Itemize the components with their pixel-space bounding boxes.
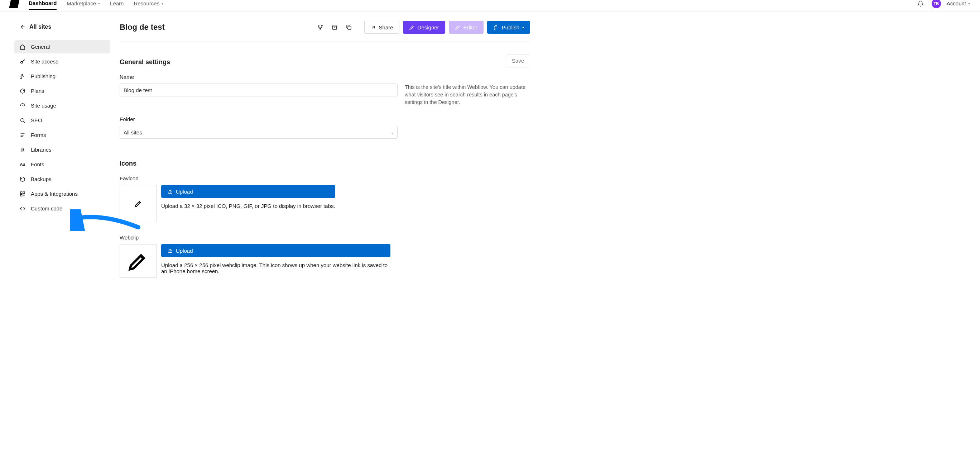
- nav-learn[interactable]: Learn: [110, 0, 124, 9]
- sidebar-item-forms[interactable]: Forms: [14, 128, 110, 142]
- folder-select[interactable]: All sites ⌄: [119, 126, 398, 139]
- svg-point-0: [21, 61, 22, 63]
- webclip-help: Upload a 256 × 256 pixel webclip image. …: [161, 262, 390, 274]
- save-button[interactable]: Save: [506, 54, 530, 67]
- notifications-icon[interactable]: [915, 0, 926, 9]
- svg-point-5: [318, 25, 319, 26]
- field-name: Name This is the site's title within Web…: [119, 74, 530, 106]
- webclip-label: Webclip: [119, 234, 530, 241]
- branch-icon[interactable]: [315, 22, 326, 33]
- sidebar-item-seo[interactable]: SEO: [14, 114, 110, 127]
- page-title: Blog de test: [119, 22, 165, 32]
- save-label: Save: [512, 58, 524, 64]
- svg-rect-4: [21, 194, 22, 196]
- nav-marketplace[interactable]: Marketplace ▾: [67, 0, 100, 9]
- webclip-preview: [119, 244, 157, 278]
- sidebar-item-label: Forms: [31, 132, 46, 138]
- upload-icon: [167, 248, 173, 254]
- apps-icon: [19, 191, 26, 197]
- nav-learn-label: Learn: [110, 0, 124, 6]
- nav-dashboard[interactable]: Dashboard: [29, 0, 57, 10]
- page-header: Blog de test Share Designer Editor: [119, 21, 530, 42]
- chevron-down-icon: ▾: [162, 2, 163, 5]
- editor-label: Editor: [463, 24, 477, 30]
- general-heading: General settings: [119, 58, 170, 66]
- arrow-left-icon: [20, 24, 26, 30]
- back-label: All sites: [29, 24, 51, 30]
- share-icon: [371, 24, 376, 30]
- account-menu[interactable]: Account ▾: [947, 0, 970, 6]
- account-label: Account: [947, 0, 966, 6]
- sidebar-item-label: SEO: [31, 117, 42, 123]
- key-icon: [19, 59, 26, 65]
- edit-icon: [455, 24, 461, 30]
- sidebar-item-label: Site usage: [31, 102, 56, 108]
- svg-rect-3: [23, 192, 25, 194]
- svg-point-1: [21, 118, 24, 121]
- pen-icon: [127, 250, 150, 272]
- general-heading-row: General settings Save: [119, 48, 530, 74]
- header-actions: Share Designer Editor Publish ▾: [315, 21, 530, 34]
- rocket-icon: [493, 24, 499, 30]
- nav-dashboard-label: Dashboard: [29, 0, 57, 6]
- nav-resources-label: Resources: [134, 0, 159, 6]
- favicon-upload-button[interactable]: Upload: [161, 185, 335, 198]
- sidebar-item-label: Apps & Integrations: [31, 191, 78, 197]
- divider: [119, 149, 530, 149]
- sidebar-item-site-usage[interactable]: Site usage: [14, 99, 110, 112]
- main-content: Blog de test Share Designer Editor: [113, 11, 540, 304]
- chevron-down-icon: ⌄: [391, 131, 394, 134]
- sidebar-item-site-access[interactable]: Site access: [14, 55, 110, 68]
- designer-label: Designer: [418, 24, 439, 30]
- copy-icon[interactable]: [344, 22, 354, 33]
- library-icon: [19, 147, 26, 153]
- share-label: Share: [379, 24, 393, 30]
- name-label: Name: [119, 74, 530, 80]
- share-button[interactable]: Share: [364, 21, 399, 34]
- font-icon: Aa: [19, 162, 26, 167]
- sidebar-item-custom-code[interactable]: Custom code: [14, 202, 110, 215]
- sidebar-item-publishing[interactable]: Publishing: [14, 70, 110, 83]
- editor-button[interactable]: Editor: [449, 21, 484, 34]
- folder-value: All sites: [124, 129, 142, 136]
- avatar-initials: TB: [934, 2, 939, 6]
- nav-resources[interactable]: Resources ▾: [134, 0, 163, 9]
- sidebar-item-plans[interactable]: Plans: [14, 84, 110, 97]
- publish-button[interactable]: Publish ▾: [487, 21, 530, 34]
- svg-point-7: [320, 28, 321, 29]
- favicon-preview: [119, 185, 157, 222]
- sidebar-item-fonts[interactable]: Aa Fonts: [14, 158, 110, 171]
- icons-group: Favicon Upload Upload a 32 × 32 pixel IC…: [119, 175, 530, 278]
- field-favicon: Favicon Upload Upload a 32 × 32 pixel IC…: [119, 175, 530, 222]
- sidebar-item-label: Backups: [31, 176, 52, 182]
- top-nav-left: Dashboard Marketplace ▾ Learn Resources …: [10, 1, 163, 10]
- sidebar-group: General Site access Publishing Plans Sit…: [0, 40, 113, 215]
- sidebar-item-general[interactable]: General: [14, 40, 110, 53]
- archive-icon[interactable]: [329, 22, 340, 33]
- back-to-all-sites[interactable]: All sites: [0, 20, 113, 34]
- svg-rect-8: [332, 25, 337, 26]
- designer-button[interactable]: Designer: [403, 21, 445, 34]
- field-folder: Folder All sites ⌄: [119, 116, 530, 139]
- svg-rect-2: [21, 192, 22, 194]
- sidebar-item-label: Fonts: [31, 161, 45, 167]
- upload-label: Upload: [176, 188, 193, 195]
- upload-icon: [167, 188, 173, 194]
- webflow-logo[interactable]: [9, 0, 19, 8]
- favicon-label: Favicon: [119, 175, 530, 181]
- sidebar-item-apps[interactable]: Apps & Integrations: [14, 187, 110, 200]
- publish-label: Publish: [502, 24, 519, 30]
- forms-icon: [19, 132, 26, 138]
- sidebar-item-label: Custom code: [31, 206, 62, 212]
- site-name-input[interactable]: [119, 83, 398, 96]
- avatar[interactable]: TB: [932, 0, 941, 8]
- sidebar-item-label: Publishing: [31, 73, 56, 79]
- chevron-down-icon: ▾: [968, 2, 970, 5]
- webclip-upload-button[interactable]: Upload: [161, 244, 390, 257]
- field-webclip: Webclip Upload Upload a 256 × 256 pixel …: [119, 234, 530, 278]
- sidebar-item-libraries[interactable]: Libraries: [14, 143, 110, 156]
- sidebar-item-backups[interactable]: Backups: [14, 172, 110, 186]
- sidebar: All sites General Site access Publishing…: [0, 11, 113, 304]
- backup-icon: [19, 176, 26, 182]
- refresh-icon: [19, 88, 26, 94]
